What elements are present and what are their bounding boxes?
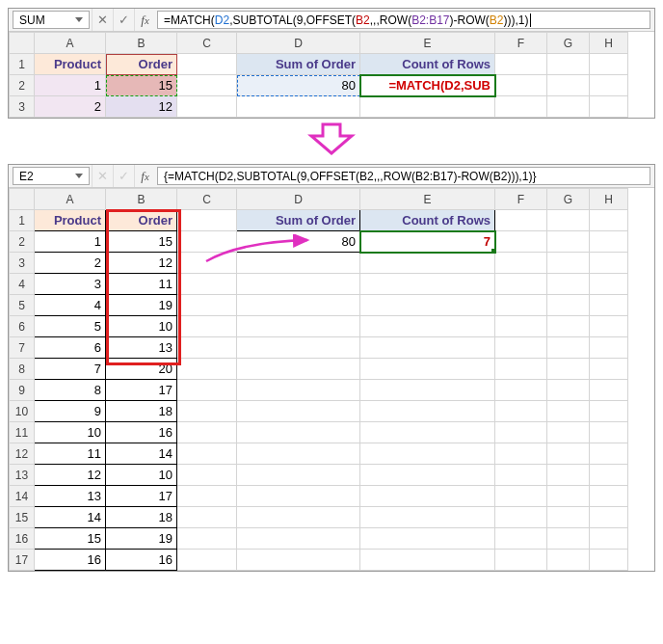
row-header[interactable]: 10	[10, 401, 35, 422]
formula-input[interactable]: =MATCH(D2,SUBTOTAL(9,OFFSET(B2,,,ROW(B2:…	[157, 11, 650, 29]
cell[interactable]	[590, 337, 628, 359]
cell[interactable]	[360, 96, 495, 118]
cell[interactable]	[237, 316, 360, 337]
cell[interactable]: 7	[35, 359, 106, 380]
cell[interactable]: 8	[35, 380, 106, 401]
cell[interactable]	[237, 507, 360, 528]
cell[interactable]: 18	[106, 401, 177, 422]
row-header[interactable]: 14	[10, 486, 35, 507]
formula-input[interactable]: {=MATCH(D2,SUBTOTAL(9,OFFSET(B2,,,ROW(B2…	[157, 167, 650, 185]
cell[interactable]	[360, 550, 495, 571]
row-header[interactable]: 13	[10, 465, 35, 486]
cell[interactable]: 16	[106, 422, 177, 443]
cell[interactable]: 17	[106, 380, 177, 401]
cell[interactable]	[547, 359, 590, 380]
cell[interactable]	[360, 380, 495, 401]
cell[interactable]	[177, 486, 237, 507]
cell[interactable]: 10	[35, 422, 106, 443]
cell[interactable]	[547, 75, 590, 96]
cell[interactable]	[177, 443, 237, 465]
col-header-F[interactable]: F	[495, 33, 547, 54]
cell[interactable]	[177, 528, 237, 550]
top-grid[interactable]: A B C D E F G H 1 Product Order Sum of O…	[9, 32, 628, 118]
name-box[interactable]: SUM	[13, 11, 90, 29]
cell[interactable]	[495, 528, 547, 550]
cell[interactable]	[360, 465, 495, 486]
cell[interactable]	[547, 507, 590, 528]
cell[interactable]: Count of Rows	[360, 210, 495, 231]
cell[interactable]	[547, 528, 590, 550]
cell[interactable]	[360, 528, 495, 550]
row-header[interactable]: 3	[10, 96, 35, 118]
cell[interactable]	[177, 75, 237, 96]
cell[interactable]	[590, 231, 628, 253]
cell[interactable]	[495, 75, 547, 96]
cell[interactable]	[495, 295, 547, 316]
cell[interactable]: 5	[35, 316, 106, 337]
row-header[interactable]: 8	[10, 359, 35, 380]
cell[interactable]: 12	[106, 253, 177, 274]
cell[interactable]: 10	[106, 316, 177, 337]
cell[interactable]	[590, 422, 628, 443]
cell[interactable]: 9	[35, 401, 106, 422]
cell[interactable]	[360, 295, 495, 316]
cell[interactable]: 12	[106, 96, 177, 118]
col-header-E[interactable]: E	[360, 189, 495, 210]
cell[interactable]: 3	[35, 274, 106, 295]
fx-icon[interactable]: fx	[134, 165, 155, 187]
col-header-C[interactable]: C	[177, 189, 237, 210]
cell[interactable]	[590, 486, 628, 507]
cell[interactable]	[547, 550, 590, 571]
row-header[interactable]: 6	[10, 316, 35, 337]
col-header-H[interactable]: H	[590, 189, 628, 210]
cell[interactable]: 6	[35, 337, 106, 359]
cell[interactable]: 20	[106, 359, 177, 380]
cell[interactable]	[590, 54, 628, 75]
cell[interactable]	[177, 54, 237, 75]
cell[interactable]	[590, 528, 628, 550]
fx-icon[interactable]: fx	[134, 9, 155, 31]
cell[interactable]	[237, 274, 360, 295]
cell[interactable]	[237, 465, 360, 486]
row-header[interactable]: 11	[10, 422, 35, 443]
cell[interactable]	[547, 295, 590, 316]
cell[interactable]: 11	[106, 274, 177, 295]
cell[interactable]	[237, 486, 360, 507]
cell[interactable]	[177, 295, 237, 316]
cell[interactable]	[237, 550, 360, 571]
cell[interactable]	[177, 316, 237, 337]
select-all-corner[interactable]	[10, 189, 35, 210]
cell[interactable]	[590, 96, 628, 118]
row-header[interactable]: 7	[10, 337, 35, 359]
cell[interactable]: Sum of Order	[237, 210, 360, 231]
cell[interactable]	[590, 359, 628, 380]
cell[interactable]	[177, 465, 237, 486]
col-header-A[interactable]: A	[35, 189, 106, 210]
cell[interactable]: Order	[106, 54, 177, 75]
cell[interactable]	[177, 380, 237, 401]
cell[interactable]	[495, 274, 547, 295]
cell[interactable]	[495, 337, 547, 359]
cell[interactable]: 19	[106, 528, 177, 550]
cell[interactable]	[177, 507, 237, 528]
cell[interactable]	[237, 359, 360, 380]
cell[interactable]	[177, 401, 237, 422]
cell[interactable]	[495, 443, 547, 465]
cell[interactable]	[590, 253, 628, 274]
cell[interactable]: Count of Rows	[360, 54, 495, 75]
cell[interactable]	[495, 486, 547, 507]
row-header[interactable]: 2	[10, 231, 35, 253]
cell[interactable]: 15	[35, 528, 106, 550]
col-header-G[interactable]: G	[547, 33, 590, 54]
col-header-G[interactable]: G	[547, 189, 590, 210]
cell[interactable]: 18	[106, 507, 177, 528]
cell[interactable]	[590, 507, 628, 528]
bottom-grid[interactable]: A B C D E F G H 1ProductOrderSum of Orde…	[9, 188, 628, 571]
cell[interactable]	[237, 380, 360, 401]
col-header-D[interactable]: D	[237, 33, 360, 54]
cell[interactable]	[547, 210, 590, 231]
cell[interactable]	[495, 96, 547, 118]
cell[interactable]: 19	[106, 295, 177, 316]
row-header[interactable]: 16	[10, 528, 35, 550]
cell[interactable]	[590, 465, 628, 486]
